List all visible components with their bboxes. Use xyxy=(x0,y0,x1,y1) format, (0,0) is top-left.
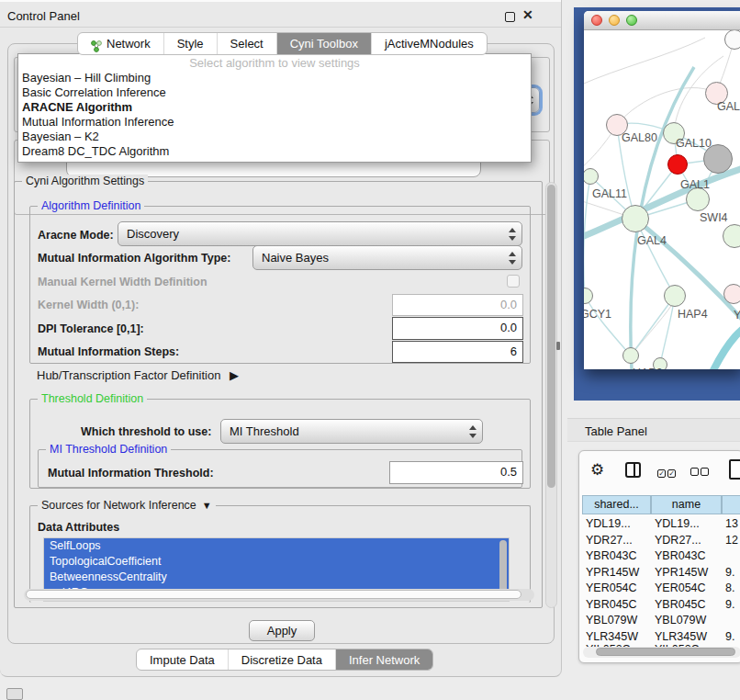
algorithm-option[interactable]: Bayesian – Hill Climbing xyxy=(18,71,531,85)
settings-vscrollbar-thumb[interactable] xyxy=(547,185,555,488)
network-node[interactable] xyxy=(723,284,740,304)
window-minimize-button[interactable] xyxy=(609,15,620,26)
minimized-panel-icon[interactable] xyxy=(6,688,23,700)
group-title: Algorithm Definition xyxy=(38,199,144,212)
network-node[interactable] xyxy=(664,285,686,307)
tab-style[interactable]: Style xyxy=(163,33,217,54)
table-row[interactable]: YDR27... YDR27... 12 xyxy=(579,533,740,549)
close-panel-icon[interactable]: ✕ xyxy=(522,7,533,22)
algorithm-option[interactable]: Mutual Information Inference xyxy=(18,115,531,130)
table-row[interactable]: YBR045C YBR045C 9. xyxy=(579,597,740,614)
mi-steps-field[interactable]: 6 xyxy=(392,341,523,363)
tab-jactivemnodules[interactable]: jActiveMNodules xyxy=(371,33,487,54)
hub-definition-expander[interactable]: Hub/Transcription Factor Definition ▶ xyxy=(37,368,239,382)
stepper-arrows-icon xyxy=(468,425,477,438)
table-panel-window: ⚙ ✓✓ shared... name YDL19... YDL19... 13… xyxy=(578,450,740,663)
mi-threshold-field[interactable]: 0.5 xyxy=(389,461,523,484)
table-row[interactable]: YBR043C YBR043C xyxy=(579,548,740,565)
panel-divider-handle[interactable] xyxy=(556,342,560,350)
node-label: GCY1 xyxy=(584,308,611,321)
mi-threshold-label: Mutual Information Threshold: xyxy=(48,467,214,480)
network-view-window: GAL GAL80 GAL10 GAL1 GAL11 SWI4 GAL4 GCY… xyxy=(584,11,740,369)
settings-hscrollbar-thumb[interactable] xyxy=(26,590,521,599)
mi-algorithm-type-combo[interactable]: Naive Bayes xyxy=(252,245,522,270)
expand-right-icon[interactable]: ▶ xyxy=(230,368,239,382)
settings-hscrollbar[interactable] xyxy=(24,589,534,601)
window-zoom-button[interactable] xyxy=(626,15,637,26)
tab-cyni-toolbox[interactable]: Cyni Toolbox xyxy=(276,33,371,54)
new-table-icon[interactable] xyxy=(729,459,740,480)
data-attributes-label: Data Attributes xyxy=(38,521,119,534)
attribute-item[interactable]: SelfLoops xyxy=(44,538,509,554)
stepper-arrows-icon xyxy=(508,252,516,265)
algorithm-dropdown-popup: Select algorithm to view settings Bayesi… xyxy=(17,53,532,163)
apply-button[interactable]: Apply xyxy=(249,620,315,641)
table-hscrollbar-thumb[interactable] xyxy=(596,648,735,656)
tab-select[interactable]: Select xyxy=(217,33,276,54)
mi-steps-label: Mutual Information Steps: xyxy=(38,345,179,358)
unselect-all-checks-icon[interactable] xyxy=(690,466,709,479)
cyni-toolbox-panel: Select algorithm to view settings Bayesi… xyxy=(7,43,555,644)
network-node[interactable] xyxy=(622,347,639,364)
table-row[interactable]: YBL079W YBL079W xyxy=(579,613,740,629)
attribute-item[interactable]: TopologicalCoefficient xyxy=(44,554,509,570)
column-header-name[interactable]: name xyxy=(651,495,722,514)
network-canvas[interactable]: GAL GAL80 GAL10 GAL1 GAL11 SWI4 GAL4 GCY… xyxy=(584,30,740,369)
table-row[interactable]: YDL19... YDL19... 13 xyxy=(579,516,740,533)
algorithm-option[interactable]: Basic Correlation Inference xyxy=(18,85,531,100)
collapse-down-icon[interactable]: ▼ xyxy=(202,500,212,511)
cyni-bottom-tabs: Impute Data Discretize Data Infer Networ… xyxy=(136,649,433,671)
dpi-tolerance-field[interactable]: 0.0 xyxy=(392,317,523,340)
table-row[interactable]: YER054C YER054C 8. xyxy=(579,581,740,597)
columns-icon[interactable] xyxy=(625,462,641,478)
network-node[interactable] xyxy=(724,30,740,50)
attribute-item[interactable]: BetweennessCentrality xyxy=(44,570,509,585)
settings-vscrollbar[interactable] xyxy=(545,182,557,608)
algorithm-option-selected[interactable]: ARACNE Algorithm xyxy=(18,100,531,115)
node-label: GAL11 xyxy=(592,187,627,200)
column-header-shared[interactable]: shared... xyxy=(582,495,651,514)
aracne-mode-combo[interactable]: Discovery xyxy=(118,221,522,246)
kernel-width-field[interactable]: 0.0 xyxy=(392,294,523,316)
table-header-row: shared... name xyxy=(579,495,740,514)
group-title: Sources for Network Inference ▼ xyxy=(38,499,216,512)
table-panel-title: Table Panel xyxy=(585,424,647,438)
node-label: HAP4 xyxy=(678,308,708,321)
node-label: GAL80 xyxy=(622,131,657,144)
table-hscrollbar[interactable] xyxy=(583,647,740,658)
float-panel-icon[interactable] xyxy=(505,12,515,22)
node-label: GAL10 xyxy=(676,137,712,150)
stepper-arrows-icon xyxy=(508,228,516,241)
manual-kernel-checkbox[interactable] xyxy=(507,275,520,288)
window-close-button[interactable] xyxy=(591,15,602,26)
table-body: YDL19... YDL19... 13 YDR27... YDR27... 1… xyxy=(579,515,740,647)
network-icon xyxy=(91,38,102,50)
tab-discretize-data[interactable]: Discretize Data xyxy=(228,649,335,670)
network-node[interactable] xyxy=(622,205,649,232)
aracne-mode-label: Aracne Mode: xyxy=(38,229,114,242)
network-node[interactable] xyxy=(667,154,688,175)
panel-title: Control Panel xyxy=(7,9,80,23)
tab-network[interactable]: Network xyxy=(78,33,163,54)
algorithm-option[interactable]: Bayesian – K2 xyxy=(18,130,531,144)
tab-impute-data[interactable]: Impute Data xyxy=(137,649,228,670)
group-title: Threshold Definition xyxy=(38,392,147,405)
node-label: GAL xyxy=(717,100,740,113)
which-threshold-label: Which threshold to use: xyxy=(81,425,211,438)
cyni-algorithm-settings-group: Cyni Algorithm Settings Algorithm Defini… xyxy=(14,181,543,608)
column-header-partial[interactable] xyxy=(722,495,740,514)
node-label: HAP2 xyxy=(633,367,663,369)
algorithm-option[interactable]: Dream8 DC_TDC Algorithm xyxy=(18,144,531,159)
manual-kernel-label: Manual Kernel Width Definition xyxy=(38,276,207,288)
table-row[interactable]: YPR145W YPR145W 9. xyxy=(579,565,740,581)
select-all-checks-icon[interactable]: ✓✓ xyxy=(657,466,676,479)
list-scrollbar-thumb[interactable] xyxy=(499,540,507,595)
which-threshold-combo[interactable]: MI Threshold xyxy=(220,419,483,444)
dpi-tolerance-label: DPI Tolerance [0,1]: xyxy=(38,322,144,335)
control-panel-tabs: Network Style Select Cyni Toolbox jActiv… xyxy=(77,32,488,55)
network-node[interactable] xyxy=(723,224,740,248)
group-title: Cyni Algorithm Settings xyxy=(22,175,148,187)
tab-infer-network[interactable]: Infer Network xyxy=(335,649,432,670)
gear-icon[interactable]: ⚙ xyxy=(590,460,604,480)
node-label: Y xyxy=(734,309,740,322)
